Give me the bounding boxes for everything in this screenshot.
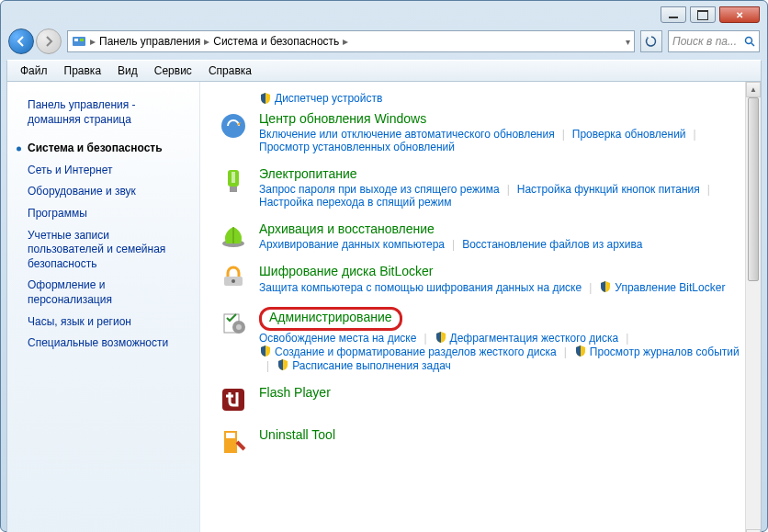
task-list: Архивирование данных компьютера|Восстано… [259,238,742,251]
highlight-ring: Администрирование [259,307,402,331]
task-link[interactable]: Проверка обновлений [572,127,686,141]
menu-tools[interactable]: Сервис [147,62,199,79]
arrow-right-icon [42,35,55,48]
nav-buttons [8,28,62,54]
sidebar-item-accessibility[interactable]: Специальные возможности [17,333,190,355]
category-title[interactable]: Flash Player [259,385,331,400]
category-title[interactable]: Центр обновления Windows [259,111,426,126]
category-body: Архивация и восстановлениеАрхивирование … [259,221,742,251]
address-bar[interactable]: ▸ Панель управления ▸ Система и безопасн… [67,30,635,52]
task-item: Просмотр журналов событий [574,345,740,358]
menu-file[interactable]: Файл [13,62,55,79]
category-body: ЭлектропитаниеЗапрос пароля при выходе и… [259,166,742,209]
task-link[interactable]: Настройка функций кнопок питания [517,182,700,197]
category-title[interactable]: Электропитание [259,166,357,181]
sidebar-item-network[interactable]: Сеть и Интернет [17,160,190,182]
task-link[interactable]: Управление BitLocker [615,280,725,295]
sidebar-item-system-security[interactable]: Система и безопасность [17,138,190,160]
task-link[interactable]: Расписание выполнения задач [292,358,451,373]
breadcrumb-current[interactable]: Система и безопасность [209,35,343,48]
svg-rect-1 [74,39,78,41]
task-item: Освобождение места на диске [259,332,416,345]
category-icon [219,307,248,336]
task-separator: | [259,359,277,372]
task-link[interactable]: Защита компьютера с помощью шифрования д… [259,280,582,295]
task-separator: | [416,332,434,345]
task-separator: | [618,332,636,345]
task-list: Защита компьютера с помощью шифрования д… [259,280,742,294]
sidebar-item-appearance[interactable]: Оформление и персонализация [17,275,190,311]
task-separator: | [686,128,704,141]
task-item: Настройка перехода в спящий режим [259,196,451,209]
task-link[interactable]: Восстановление файлов из архива [462,237,642,252]
task-separator: | [582,281,599,294]
svg-point-14 [236,324,242,330]
task-item: Просмотр установленных обновлений [259,141,455,153]
task-link[interactable]: Просмотр журналов событий [590,345,740,359]
category-row: Uninstall Tool [219,427,742,457]
category-icon [219,221,248,251]
forward-button[interactable] [36,28,62,54]
shield-icon [277,358,289,371]
task-link[interactable]: Освобождение места на диске [259,331,416,345]
sidebar-item-programs[interactable]: Программы [17,203,190,225]
refresh-icon [645,35,658,48]
task-separator: | [700,183,717,196]
task-item: Архивирование данных компьютера [259,238,445,251]
svg-rect-2 [80,39,84,41]
category-title[interactable]: Шифрование диска BitLocker [259,264,434,278]
menu-view[interactable]: Вид [110,62,145,79]
search-placeholder: Поиск в па... [672,35,737,48]
sidebar-item-users[interactable]: Учетные записи пользователей и семейная … [17,225,190,276]
category-body: Центр обновления WindowsВключение или от… [259,111,742,153]
scroll-thumb[interactable] [748,97,759,281]
shield-icon [259,92,272,105]
category-row: АдминистрированиеОсвобождение места на д… [219,307,742,372]
task-link[interactable]: Дефрагментация жесткого диска [450,331,619,345]
task-item: Настройка функций кнопок питания [517,183,700,196]
task-link[interactable]: Архивирование данных компьютера [259,237,445,252]
task-link[interactable]: Настройка перехода в спящий режим [259,195,451,209]
breadcrumb-root[interactable]: Панель управления [96,35,204,48]
refresh-button[interactable] [640,30,662,52]
svg-point-5 [221,114,245,138]
task-link[interactable]: Просмотр установленных обновлений [259,140,455,154]
scrollbar[interactable]: ▲ ▼ [745,82,761,532]
menu-help[interactable]: Справка [201,62,259,79]
task-link[interactable]: Создание и форматирование разделов жестк… [275,345,557,359]
dropdown-icon[interactable]: ▾ [626,37,630,47]
category-title[interactable]: Архивация и восстановление [259,221,435,236]
sidebar-item-clock[interactable]: Часы, язык и регион [17,311,190,334]
svg-point-3 [746,38,752,44]
category-title[interactable]: Uninstall Tool [259,427,335,442]
content-area: Панель управления - домашняя страница Си… [6,82,762,532]
task-item: Управление BitLocker [599,280,725,294]
scroll-up-button[interactable]: ▲ [746,82,761,97]
sidebar-item-hardware[interactable]: Оборудование и звук [17,181,190,203]
svg-rect-7 [230,187,237,192]
menu-edit[interactable]: Правка [57,62,109,79]
close-button[interactable] [719,6,760,23]
task-separator: | [557,345,574,358]
category-icon [219,264,248,293]
category-title[interactable]: Администрирование [269,310,392,324]
back-button[interactable] [8,28,34,54]
control-panel-icon [72,34,86,49]
search-input[interactable]: Поиск в па... [668,30,760,52]
search-icon [744,36,755,47]
category-icon [219,111,248,141]
sidebar: Панель управления - домашняя страница Си… [7,82,200,532]
sidebar-home[interactable]: Панель управления - домашняя страница [17,95,190,130]
maximize-button[interactable] [690,6,716,23]
svg-rect-8 [232,172,235,183]
shield-icon [259,345,272,357]
minimize-button[interactable] [661,6,686,23]
shield-icon [435,331,447,344]
shield-icon [574,345,587,357]
task-item: Восстановление файлов из архива [462,238,642,251]
task-item: Запрос пароля при выходе из спящего режи… [259,183,500,196]
arrow-left-icon [15,35,28,48]
svg-point-11 [232,279,235,283]
task-device-manager[interactable]: Диспетчер устройств [275,91,382,106]
task-item: Проверка обновлений [572,128,686,141]
